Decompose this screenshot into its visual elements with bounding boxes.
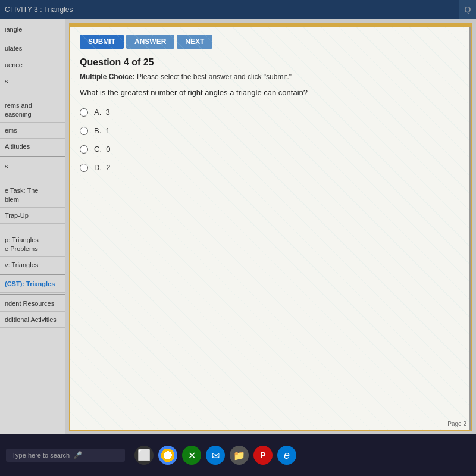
buttons-row: SUBMIT ANSWER NEXT: [80, 35, 462, 49]
option-d-label: D. 2: [94, 163, 110, 172]
radio-d[interactable]: [80, 164, 88, 172]
page-indicator: Page 2: [447, 421, 466, 427]
divider-2: [0, 156, 65, 157]
option-a[interactable]: A. 3: [80, 108, 462, 117]
divider-1: [0, 39, 65, 39]
sidebar-item-triangle[interactable]: iangle: [0, 21, 65, 37]
sidebar-item-additional[interactable]: dditional Activities: [0, 312, 65, 328]
sidebar: iangle ulates uence s rems and easoning …: [0, 19, 65, 434]
sidebar-item-theorems[interactable]: rems and easoning: [0, 89, 65, 123]
mail-icon[interactable]: ✉: [206, 446, 225, 465]
sidebar-item-s2[interactable]: s: [0, 158, 65, 174]
search-icon-area[interactable]: Q: [459, 0, 476, 19]
edge-icon[interactable]: e: [277, 446, 296, 465]
vertical-divider: [469, 27, 471, 430]
option-b-label: B. 1: [94, 126, 110, 135]
question-instruction: Multiple Choice: Please select the best …: [80, 73, 462, 81]
question-text: What is the greatest number of right ang…: [80, 88, 462, 97]
option-b[interactable]: B. 1: [80, 126, 462, 135]
sidebar-item-student[interactable]: ndent Resources: [0, 296, 65, 312]
next-button[interactable]: NEXT: [177, 35, 212, 49]
monitor-icon[interactable]: ⬜: [134, 446, 154, 465]
p-app-icon[interactable]: P: [253, 446, 273, 465]
sidebar-item-wrapup[interactable]: Trap-Up: [0, 208, 65, 224]
sidebar-item-items[interactable]: ems: [0, 123, 65, 139]
submit-button[interactable]: SUBMIT: [80, 35, 124, 49]
sidebar-item-ptriangles[interactable]: p: Triangles e Problems: [0, 224, 65, 257]
content-inner: SUBMIT ANSWER NEXT Question 4 of 25 Mult…: [70, 27, 471, 430]
option-d[interactable]: D. 2: [80, 163, 462, 172]
radio-c[interactable]: [80, 145, 88, 154]
divider-4: [0, 294, 65, 295]
sidebar-item-task[interactable]: e Task: The blem: [0, 174, 65, 208]
file-icon[interactable]: 📁: [230, 446, 249, 465]
taskbar-search-icon: 🎤: [73, 451, 82, 459]
sidebar-item-calculates[interactable]: ulates: [0, 40, 65, 57]
taskbar: Type here to search 🎤 ⬜ ● ✕ ✉ 📁 P e: [0, 434, 476, 476]
top-bar: CTIVITY 3 : Triangles Q: [0, 0, 476, 19]
chrome-icon[interactable]: ●: [158, 446, 177, 465]
divider-3: [0, 274, 65, 275]
sidebar-item-sequence[interactable]: uence: [0, 57, 65, 73]
instruction-text: Please select the best answer and click …: [135, 73, 292, 81]
option-c-label: C. 0: [94, 145, 110, 154]
sidebar-item-cst[interactable]: (CST): Triangles: [0, 276, 65, 292]
content-panel: SUBMIT ANSWER NEXT Question 4 of 25 Mult…: [69, 23, 472, 431]
radio-b[interactable]: [80, 127, 88, 135]
main-area: iangle ulates uence s rems and easoning …: [0, 19, 476, 434]
top-bar-title: CTIVITY 3 : Triangles: [5, 5, 73, 14]
question-title: Question 4 of 25: [80, 57, 462, 68]
taskbar-icons: ⬜ ● ✕ ✉ 📁 P e: [134, 446, 296, 465]
taskbar-search-text: Type here to search: [12, 452, 70, 459]
answer-button[interactable]: ANSWER: [126, 35, 174, 49]
answer-options: A. 3 B. 1 C. 0 D. 2: [80, 108, 462, 172]
option-a-label: A. 3: [94, 108, 110, 117]
sidebar-item-vtriangles[interactable]: v: Triangles: [0, 257, 65, 273]
taskbar-search-box[interactable]: Type here to search 🎤: [6, 449, 125, 462]
sidebar-item-altitudes[interactable]: Altitudes: [0, 139, 65, 155]
radio-a[interactable]: [80, 108, 88, 117]
xbox-icon[interactable]: ✕: [182, 446, 201, 465]
option-c[interactable]: C. 0: [80, 145, 462, 154]
sidebar-item-s[interactable]: s: [0, 73, 65, 89]
instruction-bold: Multiple Choice:: [80, 73, 135, 81]
search-icon: Q: [465, 5, 471, 14]
